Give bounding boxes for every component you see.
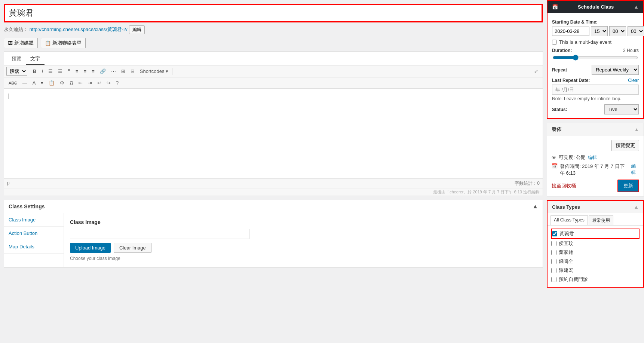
undo-button[interactable]: ↩ (95, 79, 104, 87)
paste-button[interactable]: 📋 (46, 79, 57, 87)
underline-abc-button[interactable]: ABC (6, 80, 19, 86)
update-button[interactable]: 更新 (617, 180, 639, 192)
pubdate-edit-link[interactable]: 編輯 (631, 163, 639, 176)
image-action-buttons: Upload Image Clear Image (70, 243, 537, 253)
ct-checkbox-4[interactable] (551, 259, 556, 264)
toolbar-sep1 (29, 68, 29, 75)
visibility-edit-link[interactable]: 編輯 (588, 154, 597, 161)
class-types-title: Class Types (552, 204, 580, 210)
editor-wrap: 預覽 文字 段落 B I ☰ ☰ ❞ ≡ ≡ ≡ 🔗 ⋯ ⊞ (4, 51, 543, 196)
permalink-url[interactable]: http://charming.cheerer.space/class/黃琬君-… (30, 27, 128, 32)
expand-button[interactable]: ⤢ (532, 67, 540, 75)
publish-title: 發佈 (552, 126, 561, 133)
ct-checkbox-2[interactable] (551, 241, 556, 246)
repeat-select[interactable]: Repeat Weekly No Repeat Repeat Daily Rep… (592, 65, 639, 75)
special-char-button[interactable]: Ω (67, 79, 76, 87)
word-count-display: 字數統計：0 (515, 180, 540, 187)
table2-button[interactable]: ⊟ (128, 67, 137, 75)
tab-visual[interactable]: 預覽 (7, 53, 26, 65)
publish-header: 發佈 ▲ (547, 123, 644, 136)
duration-slider-wrap (552, 55, 639, 62)
indent-in-button[interactable]: ⇥ (86, 79, 94, 87)
sidebar-item-class-image[interactable]: Class Image (4, 213, 64, 227)
last-modified: 最後由「cheerer」於 2019 年 7 月 7 日下午 6:13 進行編輯 (4, 188, 543, 196)
editor-status-bar: p 字數統計：0 (4, 178, 543, 188)
media-icon: 🖼 (8, 40, 13, 46)
title-input[interactable]: 黃琬君 (4, 4, 542, 22)
format-select[interactable]: 段落 (6, 67, 27, 76)
shortcodes-button[interactable]: Shortcodes ▾ (138, 67, 171, 75)
permalink-edit-button[interactable]: 編輯 (129, 25, 145, 34)
blockquote-button[interactable]: ❞ (65, 67, 73, 75)
ct-checkbox-3[interactable] (551, 250, 556, 255)
more-button[interactable]: ⋯ (109, 67, 118, 75)
form-icon: 📋 (45, 40, 51, 46)
ct-tab-all[interactable]: All Class Types (551, 215, 588, 225)
class-image-label: Class Image (70, 219, 537, 225)
redo-button[interactable]: ↪ (104, 79, 113, 87)
hr-button[interactable]: — (20, 79, 30, 87)
ct-checkbox-6[interactable] (551, 277, 556, 282)
ol-button[interactable]: ☰ (56, 67, 65, 75)
add-media-button[interactable]: 🖼 新增媒體 (4, 38, 38, 48)
last-repeat-header: Last Repeat Date: Clear (552, 78, 639, 83)
class-settings-panel: Class Settings ▲ Class Image Action Butt… (4, 200, 543, 267)
upload-image-button[interactable]: Upload Image (70, 243, 111, 253)
sidebar-item-action-button[interactable]: Action Button (4, 227, 64, 240)
last-repeat-clear-link[interactable]: Clear (628, 78, 639, 83)
editor-area[interactable] (4, 89, 543, 178)
ct-item-2: 侯宜玟 (551, 239, 640, 248)
add-form-label: 新增聯絡表單 (52, 40, 82, 46)
duration-hours-display: 3 Hours (623, 48, 639, 53)
ul-button[interactable]: ☰ (46, 67, 55, 75)
italic-button[interactable]: I (39, 67, 45, 75)
ct-tab-frequent[interactable]: 最常使用 (589, 215, 613, 225)
date-input[interactable] (552, 27, 589, 36)
repeat-label: Repeat (552, 67, 567, 73)
align-left-button[interactable]: ≡ (73, 67, 81, 75)
custom-link-button[interactable]: ⚙ (58, 79, 67, 87)
add-media-label: 新增媒體 (14, 40, 34, 46)
help-button[interactable]: ? (114, 79, 121, 87)
status-select[interactable]: Live Draft Cancelled (604, 104, 639, 114)
class-image-url-input[interactable] (70, 229, 249, 239)
multi-day-checkbox[interactable] (552, 40, 557, 45)
class-settings-toggle[interactable]: ▲ (532, 203, 538, 210)
minute-select[interactable]: 00 (609, 26, 626, 36)
visibility-text: 可見度: 公開 (559, 154, 586, 161)
table-button[interactable]: ⊞ (119, 67, 128, 75)
ct-checkbox-5[interactable] (551, 268, 556, 273)
tab-text[interactable]: 文字 (26, 53, 45, 65)
schedule-class-body: Starting Date & Time: 15 00 00 This is (548, 13, 643, 118)
last-repeat-date-input[interactable] (552, 85, 639, 95)
preview-row: 預覽變更 (552, 140, 639, 151)
hour-select[interactable]: 15 (591, 26, 608, 36)
font-color-button[interactable]: A (30, 79, 38, 87)
media-buttons-row: 🖼 新增媒體 📋 新增聯絡表單 (4, 38, 543, 48)
class-types-toggle[interactable]: ▲ (634, 204, 639, 210)
publish-toggle[interactable]: ▲ (634, 126, 639, 132)
duration-slider[interactable] (553, 55, 638, 61)
preview-button[interactable]: 預覽變更 (611, 140, 639, 151)
align-right-button[interactable]: ≡ (89, 67, 97, 75)
trash-link[interactable]: 捨至回收桶 (552, 183, 576, 189)
editor-tabs: 預覽 文字 (4, 52, 543, 65)
publish-body: 預覽變更 👁 可見度: 公開 編輯 📅 發佈時間: 2019 年 7 月 7 日… (547, 136, 644, 196)
class-settings-main: Class Image Upload Image Clear Image Cho… (64, 213, 543, 267)
multi-day-row: This is a multi-day event (552, 39, 639, 45)
align-center-button[interactable]: ≡ (82, 67, 89, 75)
second-select[interactable]: 00 (628, 26, 644, 36)
link-button[interactable]: 🔗 (98, 67, 108, 75)
class-settings-header[interactable]: Class Settings ▲ (4, 200, 543, 213)
schedule-class-toggle[interactable]: ▲ (634, 4, 639, 10)
class-settings-body: Class Image Action Button Map Details Cl… (4, 213, 543, 267)
indent-out-button[interactable]: ⇤ (76, 79, 85, 87)
clear-image-button[interactable]: Clear Image (114, 243, 151, 253)
add-form-button[interactable]: 📋 新增聯絡表單 (41, 38, 86, 48)
bold-button[interactable]: B (31, 67, 39, 75)
font-dropdown-button[interactable]: ▾ (39, 79, 46, 87)
sidebar-item-map-details[interactable]: Map Details (4, 240, 64, 254)
duration-label-text: Duration: (552, 48, 572, 53)
ct-checkbox-1[interactable] (552, 231, 557, 236)
pubdate-text: 發佈時間: 2019 年 7 月 7 日下午 6:13 (560, 163, 629, 177)
